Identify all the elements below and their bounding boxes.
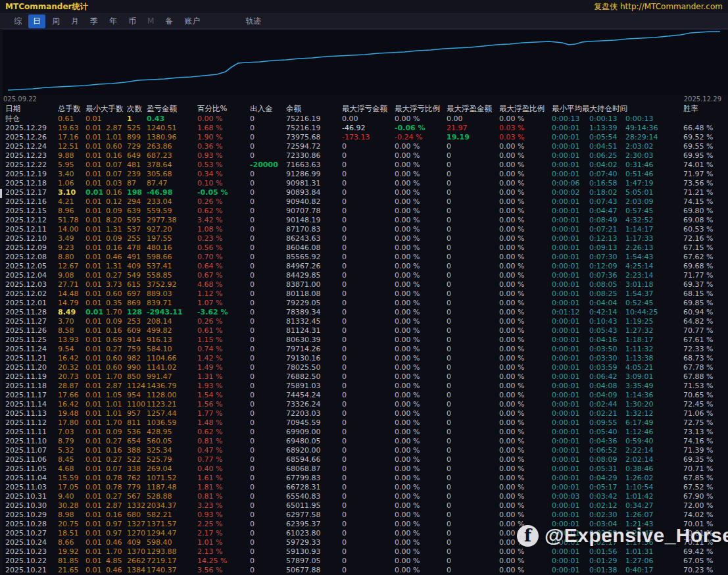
menu-item-M[interactable]: M: [143, 15, 158, 27]
table-row[interactable]: 2025.11.2116.420.010.609821104.661.42 %0…: [5, 354, 725, 363]
table-row[interactable]: 2025.12.1251.780.018.205952977.383.42 %0…: [5, 216, 725, 225]
table-cell: 914: [127, 336, 147, 345]
menu-item-季[interactable]: 季: [85, 14, 103, 28]
table-row[interactable]: 2025.11.1717.660.011.059541128.001.54 %0…: [5, 391, 725, 400]
scroll-indicator[interactable]: [0, 189, 2, 198]
table-cell: 0.00 %: [395, 234, 447, 243]
table-cell: 0:12:13: [589, 234, 625, 243]
table-cell: 0:04:02: [589, 161, 625, 170]
column-header[interactable]: 盈亏金额: [147, 104, 197, 114]
table-cell: 0: [342, 400, 395, 409]
table-row[interactable]: 2025.11.075.320.010.16388325.340.47 %068…: [5, 446, 725, 455]
table-cell: 1128.00: [147, 391, 197, 400]
table-row[interactable]: 2025.11.117.030.010.09536428.950.62 %069…: [5, 428, 725, 437]
table-cell: 1.56 %: [197, 400, 250, 409]
table-row[interactable]: 2025.11.068.450.010.27522525.790.77 %068…: [5, 455, 725, 464]
table-row[interactable]: 2025.12.0327.710.013.736153752.924.68 %0…: [5, 280, 725, 289]
table-row[interactable]: 2025.10.2281.850.014.8526627219.1714.25 …: [5, 557, 725, 566]
menu-item-币[interactable]: 币: [124, 14, 141, 28]
table-row[interactable]: 2025.12.0214.480.010.60697889.031.12 %08…: [5, 289, 725, 299]
table-row[interactable]: 2025.11.1217.800.011.708111036.591.48 %0…: [5, 418, 725, 428]
table-cell: 1071.52: [147, 474, 197, 483]
table-cell: 74.01 %: [683, 161, 723, 170]
table-row[interactable]: 2025.11.0415.590.010.787621071.521.61 %0…: [5, 474, 725, 483]
table-row[interactable]: 2025.12.173.100.010.16198-46.98-0.05 %09…: [5, 188, 725, 197]
table-row[interactable]: 2025.11.054.680.010.07338269.040.40 %068…: [5, 464, 725, 474]
table-row[interactable]: 2025.12.0512.670.011.31409537.410.64 %08…: [5, 262, 725, 271]
table-row[interactable]: 2025.10.3030.280.012.8713322034.373.23 %…: [5, 501, 725, 511]
table-row[interactable]: 2025.11.2513.930.010.69914916.131.15 %08…: [5, 336, 725, 345]
table-row[interactable]: 2025.10.298.980.010.16680582.210.93 %062…: [5, 511, 725, 520]
menu-item-综[interactable]: 综: [9, 14, 26, 28]
table-row[interactable]: 2025.12.0114.790.010.35869839.711.07 %07…: [5, 299, 725, 308]
table-cell: 0.00 %: [395, 557, 447, 566]
table-cell: 2025.12.12: [5, 216, 58, 225]
table-cell: 0.00 %: [499, 409, 552, 418]
column-header[interactable]: 最大浮盈金额: [447, 104, 499, 114]
table-row[interactable]: 2025.11.1319.480.011.019571257.441.77 %0…: [5, 409, 725, 418]
table-row[interactable]: 2025.12.164.210.010.12294233.040.26 %090…: [5, 197, 725, 207]
menu-item-周[interactable]: 周: [47, 14, 64, 28]
table-row[interactable]: 持仓0.610.0110.430.00 %075216.190.000.00 %…: [5, 114, 725, 124]
table-row[interactable]: 2025.11.249.540.010.27759584.100.74 %079…: [5, 345, 725, 354]
table-row[interactable]: 2025.12.049.080.010.27549558.850.67 %084…: [5, 271, 725, 280]
table-row[interactable]: 2025.12.2617.160.011.018991380.961.90 %0…: [5, 133, 725, 142]
column-header[interactable]: 胜率: [683, 104, 723, 114]
column-header[interactable]: 最大浮亏金额: [342, 104, 395, 114]
table-row[interactable]: 2025.12.088.800.010.46491598.660.70 %085…: [5, 253, 725, 262]
table-row[interactable]: 2025.11.1828.870.012.8711241436.791.93 %…: [5, 382, 725, 391]
table-row[interactable]: 2025.12.103.490.010.09255197.550.23 %086…: [5, 234, 725, 243]
table-row[interactable]: 2025.10.2319.920.011.7013701293.882.13 %…: [5, 547, 725, 557]
table-cell: 0: [342, 280, 395, 289]
table-cell: 71.21 %: [683, 188, 723, 197]
table-cell: 66.48 %: [683, 124, 723, 133]
column-header[interactable]: 最大浮亏比例: [395, 104, 447, 114]
table-cell: 0: [250, 170, 286, 179]
table-cell: 0:00:01: [552, 446, 589, 455]
table-cell: 0:03:59: [589, 363, 625, 372]
column-header[interactable]: 出入金: [250, 104, 286, 114]
column-header[interactable]: 最小平均最大持仓时间: [552, 104, 683, 114]
table-cell: 69.42 %: [683, 547, 723, 557]
table-row[interactable]: 2025.10.319.400.010.27567528.880.81 %065…: [5, 492, 725, 501]
column-header[interactable]: 余额: [286, 104, 342, 114]
table-row[interactable]: 2025.12.158.960.010.09639559.590.62 %090…: [5, 207, 725, 216]
table-row[interactable]: 2025.12.193.400.010.07239305.680.34 %091…: [5, 170, 725, 179]
table-row[interactable]: 2025.11.1920.730.011.70850991.471.31 %07…: [5, 372, 725, 382]
menu-item-年[interactable]: 年: [105, 14, 122, 28]
table-cell: 0.00 %: [395, 161, 447, 170]
table-row[interactable]: 2025.12.099.230.010.16478480.160.56 %086…: [5, 243, 725, 253]
table-cell: 2025.11.17: [5, 391, 58, 400]
titlebar-link[interactable]: 复盘侠 http://MTCommander.com: [594, 1, 723, 12]
table-cell: 2025.11.24: [5, 345, 58, 354]
menu-item-备[interactable]: 备: [160, 14, 178, 28]
table-row[interactable]: 2025.12.2412.510.010.60729263.860.36 %07…: [5, 142, 725, 151]
table-row[interactable]: 2025.12.225.950.010.07481378.640.53 %-20…: [5, 161, 725, 170]
menu-item-月[interactable]: 月: [66, 14, 84, 28]
column-header[interactable]: 总手数: [58, 104, 85, 114]
table-cell: 0:00:01: [552, 428, 589, 437]
table-row[interactable]: 2025.11.108.790.010.27654560.050.81 %069…: [5, 437, 725, 446]
column-header[interactable]: 百分比%: [197, 104, 250, 114]
table-row[interactable]: 2025.12.181.060.010.038787.470.10 %09098…: [5, 179, 725, 188]
column-header[interactable]: 日期: [5, 104, 58, 114]
menu-item-轨迹[interactable]: 轨迹: [241, 14, 266, 28]
table-row[interactable]: 2025.11.0317.050.010.787791187.481.81 %0…: [5, 483, 725, 492]
table-row[interactable]: 2025.10.2121.650.010.4613841740.373.56 %…: [5, 566, 725, 575]
column-header[interactable]: 次数: [127, 104, 147, 114]
table-row[interactable]: 2025.11.268.580.010.16609499.820.61 %081…: [5, 326, 725, 336]
table-cell: 2034.37: [147, 501, 197, 511]
column-header[interactable]: 最小大手数: [85, 104, 127, 114]
table-row[interactable]: 2025.12.239.880.010.16649687.230.93 %072…: [5, 151, 725, 161]
table-row[interactable]: 2025.11.273.700.010.09253208.140.26 %081…: [5, 317, 725, 326]
menu-item-日[interactable]: 日: [28, 14, 45, 28]
table-row[interactable]: 2025.12.1114.000.011.31537927.201.08 %08…: [5, 225, 725, 234]
column-header[interactable]: 最大浮盈比例: [499, 104, 552, 114]
menu-item-账户[interactable]: 账户: [180, 14, 205, 28]
table-row[interactable]: 2025.11.288.490.011.70128-2943.11-3.62 %…: [5, 308, 725, 317]
table-row[interactable]: 2025.11.1416.420.011.0111001123.211.56 %…: [5, 400, 725, 409]
table-cell: 0.01: [85, 520, 106, 529]
table-row[interactable]: 2025.11.2020.320.010.609901141.021.49 %0…: [5, 363, 725, 372]
table-cell: 0: [447, 455, 499, 464]
table-row[interactable]: 2025.12.2919.630.012.875251240.511.68 %0…: [5, 124, 725, 133]
